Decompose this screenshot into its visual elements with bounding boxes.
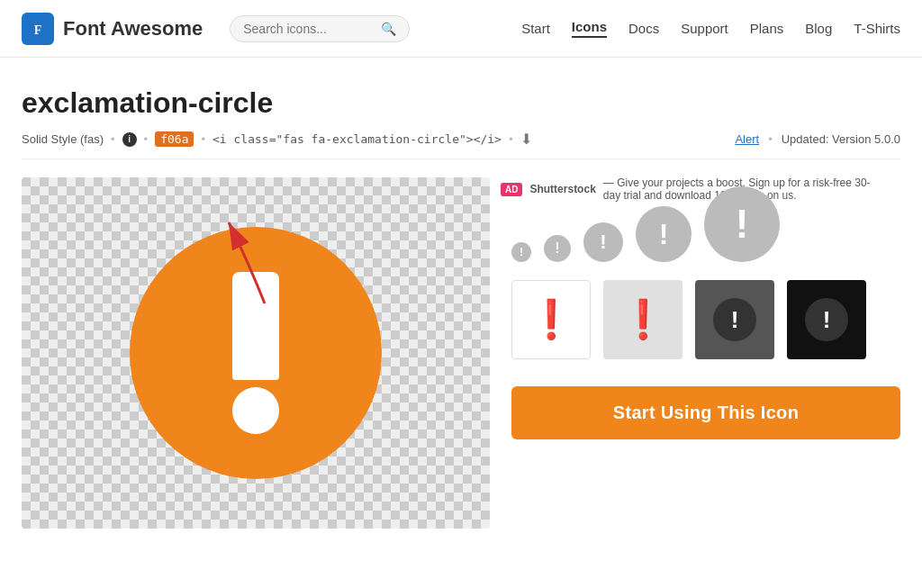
separator-5: • — [768, 132, 773, 146]
box-row: ❗ ❗ ! ! — [511, 280, 900, 359]
excl-white-box: ❗ — [528, 301, 574, 339]
excl-dark-circle: ! — [713, 298, 756, 341]
excl-sm: ! — [555, 241, 559, 256]
excl-gray-box: ❗ — [619, 301, 666, 339]
logo-area: F Font Awesome — [22, 13, 203, 45]
box-black: ! — [787, 280, 866, 359]
sizes-panel: ! ! ! ! ! — [511, 177, 900, 529]
search-bar[interactable]: 🔍 — [230, 15, 410, 42]
excl-md: ! — [600, 232, 606, 252]
excl-dark-box: ! — [731, 306, 739, 334]
font-awesome-logo-icon: F — [22, 13, 54, 45]
nav-plans[interactable]: Plans — [750, 21, 784, 36]
excl-xs: ! — [520, 247, 523, 258]
excl-black-circle: ! — [805, 298, 848, 341]
download-icon[interactable]: ⬇ — [520, 131, 532, 148]
search-input[interactable] — [243, 22, 374, 36]
code-snippet[interactable]: <i class="fas fa-exclamation-circle"></i… — [212, 132, 502, 146]
separator-1: • — [111, 132, 115, 146]
nav-docs[interactable]: Docs — [628, 21, 659, 36]
meta-bar: Solid Style (fas) • i • f06a • <i class=… — [22, 131, 900, 159]
exclamation-circle-preview — [130, 227, 382, 479]
separator-2: • — [144, 132, 149, 146]
top-section: AD Shutterstock — Give your projects a b… — [22, 86, 900, 159]
size-xs: ! — [511, 242, 531, 262]
unicode-highlight[interactable]: f06a — [155, 131, 194, 147]
header: F Font Awesome 🔍 Start Icons Docs Suppor… — [0, 0, 922, 58]
alert-link[interactable]: Alert — [735, 132, 759, 146]
box-light-gray: ❗ — [603, 280, 682, 359]
preview-panel — [22, 177, 490, 529]
exclamation-bar — [232, 272, 279, 380]
box-white: ❗ — [511, 280, 591, 359]
version-label: Updated: Version 5.0.0 — [782, 132, 900, 146]
exclamation-mark — [232, 272, 279, 434]
logo-text: Font Awesome — [63, 17, 203, 41]
style-label: Solid Style (fas) — [22, 132, 104, 146]
start-using-button[interactable]: Start Using This Icon — [511, 386, 900, 439]
meta-right: Alert • Updated: Version 5.0.0 — [735, 132, 900, 146]
excl-xl: ! — [736, 204, 749, 244]
size-row: ! ! ! ! ! — [511, 186, 900, 262]
size-md: ! — [583, 222, 623, 262]
separator-4: • — [509, 132, 513, 146]
nav-tshirts[interactable]: T-Shirts — [854, 21, 900, 36]
info-icon[interactable]: i — [122, 132, 137, 147]
main-nav: Start Icons Docs Support Plans Blog T-Sh… — [521, 19, 900, 38]
nav-icons[interactable]: Icons — [572, 19, 607, 38]
svg-text:F: F — [34, 23, 42, 37]
separator-3: • — [201, 132, 205, 146]
checker-bg — [22, 177, 490, 529]
search-icon: 🔍 — [381, 22, 396, 36]
box-dark-gray: ! — [695, 280, 774, 359]
exclamation-dot — [232, 387, 279, 434]
size-sm: ! — [544, 235, 571, 262]
content-grid: ! ! ! ! ! — [22, 177, 900, 529]
nav-start[interactable]: Start — [521, 21, 550, 36]
excl-black-box: ! — [823, 306, 831, 334]
excl-lg: ! — [659, 220, 669, 249]
nav-support[interactable]: Support — [681, 21, 728, 36]
nav-blog[interactable]: Blog — [805, 21, 832, 36]
size-xl: ! — [704, 186, 780, 262]
icon-title: exclamation-circle — [22, 86, 900, 120]
main-content: AD Shutterstock — Give your projects a b… — [0, 58, 922, 550]
size-lg: ! — [636, 206, 692, 262]
